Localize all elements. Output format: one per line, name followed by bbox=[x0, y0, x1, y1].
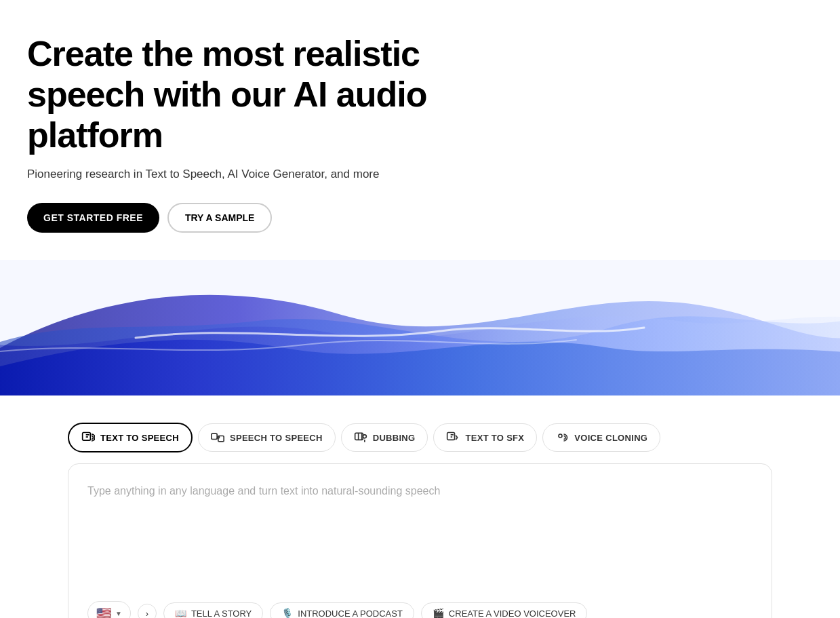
tab-text-to-speech[interactable]: TEXT TO SPEECH bbox=[68, 423, 193, 452]
tab-dubbing-label: DUBBING bbox=[373, 433, 416, 443]
textarea-placeholder[interactable]: Type anything in any language and turn t… bbox=[87, 483, 753, 499]
video-icon: 🎬 bbox=[433, 608, 444, 618]
hero-section: Create the most realistic speech with ou… bbox=[0, 0, 840, 233]
voice-cloning-icon bbox=[555, 431, 569, 444]
hero-subtitle: Pioneering research in Text to Speech, A… bbox=[27, 168, 813, 181]
text-to-speech-icon bbox=[81, 431, 95, 444]
tell-a-story-button[interactable]: 📖 TELL A STORY bbox=[163, 602, 263, 618]
hero-buttons: GET STARTED FREE TRY A SAMPLE bbox=[27, 203, 813, 233]
chevron-down-icon: ▼ bbox=[115, 610, 122, 617]
svg-point-5 bbox=[363, 435, 366, 438]
tab-text-to-sfx-label: TEXT TO SFX bbox=[465, 433, 524, 443]
tab-text-to-sfx[interactable]: TEXT TO SFX bbox=[433, 423, 537, 452]
tab-text-to-speech-label: TEXT TO SPEECH bbox=[100, 433, 179, 443]
video-voiceover-label: CREATE A VIDEO VOICEOVER bbox=[449, 609, 576, 618]
feature-section: TEXT TO SPEECH SPEECH TO SPEECH bbox=[0, 395, 840, 618]
svg-point-7 bbox=[559, 434, 562, 438]
dubbing-icon bbox=[354, 431, 367, 444]
introduce-podcast-label: INTRODUCE A PODCAST bbox=[298, 609, 403, 618]
tab-voice-cloning[interactable]: VOICE CLONING bbox=[542, 423, 660, 452]
text-to-sfx-icon bbox=[446, 431, 460, 444]
mic-icon: 🎙️ bbox=[281, 608, 293, 618]
wave-section bbox=[0, 260, 840, 395]
textarea-bottom: 🇺🇸 ▼ › 📖 TELL A STORY 🎙️ INTRODUCE A POD… bbox=[87, 590, 753, 618]
flag-icon: 🇺🇸 bbox=[96, 606, 111, 618]
try-sample-button[interactable]: TRY A SAMPLE bbox=[167, 203, 272, 233]
speech-to-speech-icon bbox=[211, 431, 224, 444]
video-voiceover-button[interactable]: 🎬 CREATE A VIDEO VOICEOVER bbox=[421, 602, 588, 618]
book-icon: 📖 bbox=[175, 608, 186, 618]
hero-title: Create the most realistic speech with ou… bbox=[27, 34, 488, 155]
svg-rect-2 bbox=[212, 434, 217, 440]
svg-rect-6 bbox=[447, 433, 455, 440]
tell-a-story-label: TELL A STORY bbox=[191, 609, 252, 618]
tab-dubbing[interactable]: DUBBING bbox=[341, 423, 428, 452]
textarea-card: Type anything in any language and turn t… bbox=[68, 463, 772, 618]
get-started-button[interactable]: GET STARTED FREE bbox=[27, 203, 159, 233]
tab-speech-to-speech[interactable]: SPEECH TO SPEECH bbox=[198, 423, 336, 452]
tabs-row: TEXT TO SPEECH SPEECH TO SPEECH bbox=[68, 423, 772, 452]
language-selector[interactable]: 🇺🇸 ▼ bbox=[87, 601, 131, 618]
tab-voice-cloning-label: VOICE CLONING bbox=[574, 433, 647, 443]
introduce-podcast-button[interactable]: 🎙️ INTRODUCE A PODCAST bbox=[270, 602, 414, 618]
next-arrow-button[interactable]: › bbox=[138, 604, 157, 618]
tab-speech-to-speech-label: SPEECH TO SPEECH bbox=[230, 433, 323, 443]
